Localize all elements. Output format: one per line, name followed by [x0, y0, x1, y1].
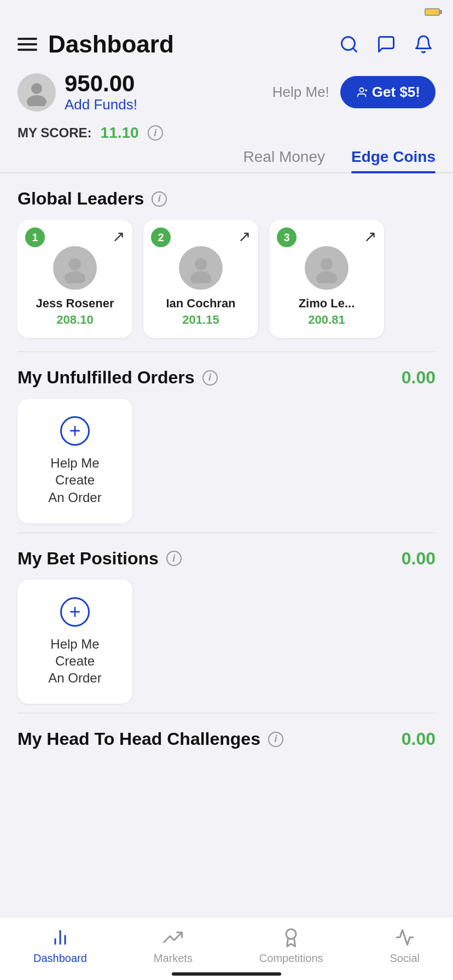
create-order-text-1: Help Me Create An Order [35, 454, 115, 506]
social-icon [393, 926, 416, 949]
svg-point-10 [190, 271, 211, 283]
leader-rank-3: 3 [277, 228, 297, 247]
leader-card-3[interactable]: 3 ↗ Zimo Le... 200.81 [269, 220, 384, 338]
leader-trend-3: ↗ [364, 228, 376, 246]
bottom-nav: Dashboard Markets Competitions Social [0, 917, 453, 980]
competitions-icon [280, 926, 303, 949]
svg-point-16 [286, 929, 296, 939]
user-actions: Help Me! Get $5! [272, 76, 435, 108]
tab-real-money[interactable]: Real Money [243, 148, 325, 172]
bet-positions-section: My Bet Positions i 0.00 + Help Me Create… [0, 533, 453, 713]
bet-positions-title: My Bet Positions [18, 549, 159, 569]
global-leaders-title: Global Leaders [18, 189, 144, 209]
head-to-head-title: My Head To Head Challenges [18, 729, 260, 749]
bet-positions-info-icon[interactable]: i [166, 551, 182, 566]
home-indicator [172, 972, 281, 976]
dashboard-icon [49, 926, 72, 949]
search-button[interactable] [337, 32, 361, 56]
head-to-head-info-icon[interactable]: i [268, 732, 283, 747]
avatar [18, 73, 56, 112]
score-label: MY SCORE: [18, 125, 92, 141]
leader-trend-2: ↗ [238, 228, 251, 246]
leader-name-2: Ian Cochran [154, 296, 247, 311]
leader-avatar-3 [305, 246, 349, 290]
global-leaders-info-icon[interactable]: i [152, 191, 167, 207]
score-value: 11.10 [101, 124, 139, 142]
nav-item-dashboard[interactable]: Dashboard [33, 926, 87, 965]
svg-point-8 [65, 271, 85, 283]
head-to-head-value: 0.00 [402, 729, 435, 749]
unfulfilled-orders-title: My Unfulfilled Orders [18, 368, 195, 388]
unfulfilled-orders-header: My Unfulfilled Orders i 0.00 [18, 368, 435, 388]
header: Dashboard [0, 24, 453, 67]
header-icons [337, 32, 435, 56]
leader-name-3: Zimo Le... [280, 296, 373, 311]
nav-label-markets: Markets [154, 952, 193, 965]
markets-icon [161, 926, 184, 949]
get5-button[interactable]: Get $5! [340, 76, 435, 108]
leader-card-2[interactable]: 2 ↗ Ian Cochran 201.15 [143, 220, 258, 338]
global-leaders-header: Global Leaders i [18, 189, 435, 209]
main-content: Global Leaders i 1 ↗ Jess Rosener 208.10… [0, 173, 453, 835]
battery-icon [425, 8, 440, 16]
leader-name-1: Jess Rosener [28, 296, 121, 311]
score-row: MY SCORE: 11.10 i [0, 122, 453, 142]
create-order-card-1[interactable]: + Help Me Create An Order [18, 399, 132, 523]
message-button[interactable] [374, 32, 398, 56]
nav-item-social[interactable]: Social [390, 926, 420, 965]
leader-rank-2: 2 [151, 228, 171, 247]
svg-point-4 [359, 88, 363, 91]
leader-rank-1: 1 [25, 228, 45, 247]
leader-trend-1: ↗ [112, 228, 125, 246]
notification-button[interactable] [411, 32, 435, 56]
status-bar [0, 0, 453, 24]
svg-point-3 [27, 95, 47, 106]
nav-item-markets[interactable]: Markets [154, 926, 193, 965]
bet-positions-header: My Bet Positions i 0.00 [18, 549, 435, 569]
leader-score-2: 201.15 [154, 313, 247, 327]
user-info: 950.00 Add Funds! [65, 71, 264, 113]
help-me-text[interactable]: Help Me! [272, 84, 329, 101]
menu-icon[interactable] [18, 38, 37, 51]
plus-icon-1: + [60, 416, 90, 446]
global-leaders-section: Global Leaders i 1 ↗ Jess Rosener 208.10… [0, 173, 453, 351]
leaders-row: 1 ↗ Jess Rosener 208.10 2 ↗ [18, 220, 435, 342]
svg-point-7 [69, 258, 81, 270]
leader-score-1: 208.10 [28, 313, 121, 327]
leader-avatar-2 [179, 246, 223, 290]
nav-item-competitions[interactable]: Competitions [259, 926, 323, 965]
nav-label-dashboard: Dashboard [33, 952, 87, 965]
svg-point-11 [321, 258, 333, 270]
nav-label-competitions: Competitions [259, 952, 323, 965]
svg-line-1 [353, 48, 357, 52]
leader-score-3: 200.81 [280, 313, 373, 327]
score-info-icon[interactable]: i [148, 125, 163, 141]
plus-icon-2: + [60, 597, 90, 627]
get5-label: Get $5! [372, 84, 420, 101]
user-area: 950.00 Add Funds! Help Me! Get $5! [0, 67, 453, 122]
head-to-head-section: My Head To Head Challenges i 0.00 [0, 714, 453, 769]
svg-point-9 [195, 258, 207, 270]
head-to-head-header: My Head To Head Challenges i 0.00 [18, 729, 435, 749]
tab-edge-coins[interactable]: Edge Coins [351, 148, 435, 172]
svg-point-2 [31, 83, 42, 94]
tabs-row: Real Money Edge Coins [0, 142, 453, 173]
unfulfilled-orders-value: 0.00 [402, 368, 435, 388]
svg-point-12 [316, 271, 337, 283]
leader-card-1[interactable]: 1 ↗ Jess Rosener 208.10 [18, 220, 132, 338]
bet-positions-value: 0.00 [402, 549, 435, 569]
create-order-text-2: Help Me Create An Order [35, 635, 115, 687]
unfulfilled-orders-section: My Unfulfilled Orders i 0.00 + Help Me C… [0, 352, 453, 532]
page-title: Dashboard [48, 31, 326, 58]
unfulfilled-orders-info-icon[interactable]: i [202, 370, 218, 386]
add-funds-link[interactable]: Add Funds! [65, 96, 264, 113]
balance-amount: 950.00 [65, 71, 264, 96]
leader-avatar-1 [53, 246, 97, 290]
nav-label-social: Social [390, 952, 420, 965]
create-order-card-2[interactable]: + Help Me Create An Order [18, 580, 132, 704]
